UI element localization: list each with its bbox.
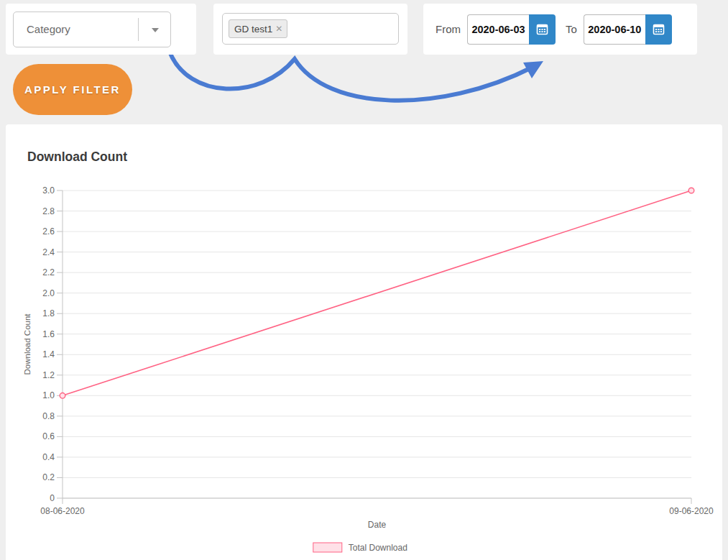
- tags-filter-card: GD test1 ✕: [213, 4, 407, 55]
- y-tick-label: 1.6: [42, 329, 55, 339]
- category-filter-card: Category: [6, 4, 196, 55]
- download-count-chart: 00.20.40.60.81.01.21.41.61.82.02.22.42.6…: [6, 180, 722, 560]
- from-date-calendar-button[interactable]: [529, 14, 556, 45]
- category-select-placeholder: Category: [27, 23, 70, 35]
- category-select[interactable]: Category: [13, 12, 171, 47]
- data-point-marker: [688, 188, 694, 193]
- y-tick-label: 2.6: [42, 226, 55, 237]
- y-tick-label: 2.2: [42, 267, 55, 277]
- chart-panel: Download Count 00.20.40.60.81.01.21.41.6…: [6, 124, 722, 560]
- y-tick-label: 0: [50, 493, 55, 503]
- to-label: To: [566, 23, 577, 35]
- x-tick-label: 09-06-2020: [669, 506, 714, 516]
- y-tick-label: 2.8: [42, 206, 55, 216]
- y-tick-label: 0.6: [42, 431, 55, 441]
- tag-chip-label: GD test1: [234, 24, 272, 35]
- y-tick-label: 1.0: [42, 390, 55, 400]
- y-tick-label: 1.2: [42, 370, 55, 380]
- chart-title: Download Count: [27, 150, 127, 165]
- legend-label: Total Download: [349, 543, 407, 553]
- x-tick-label: 08-06-2020: [40, 506, 85, 516]
- from-date-input[interactable]: [467, 14, 529, 45]
- from-label: From: [436, 23, 461, 35]
- y-tick-label: 3.0: [42, 185, 55, 196]
- calendar-icon: [653, 23, 665, 35]
- remove-tag-icon[interactable]: ✕: [275, 24, 282, 33]
- y-tick-label: 2.4: [42, 247, 55, 257]
- select-divider: [138, 18, 139, 41]
- y-tick-label: 0.4: [42, 452, 55, 462]
- to-date-input[interactable]: [584, 14, 645, 45]
- data-point-marker: [60, 393, 65, 399]
- y-tick-label: 0.8: [42, 411, 55, 421]
- y-tick-label: 0.2: [42, 472, 55, 482]
- x-axis-title: Date: [368, 520, 387, 530]
- tag-chip: GD test1 ✕: [229, 19, 287, 38]
- y-tick-label: 1.8: [42, 308, 55, 318]
- to-date-group: [584, 14, 672, 45]
- calendar-icon: [536, 23, 548, 35]
- y-tick-label: 2.0: [42, 288, 55, 298]
- tags-input[interactable]: GD test1 ✕: [222, 13, 399, 45]
- y-axis-title: Download Count: [23, 313, 32, 375]
- date-filter-card: From To: [423, 4, 697, 55]
- y-tick-label: 1.4: [42, 349, 55, 359]
- to-date-calendar-button[interactable]: [645, 14, 672, 45]
- from-date-group: [467, 14, 556, 45]
- legend-swatch: [313, 543, 342, 552]
- apply-filter-button[interactable]: APPLY FILTER: [13, 64, 132, 115]
- chevron-down-icon[interactable]: [152, 28, 159, 32]
